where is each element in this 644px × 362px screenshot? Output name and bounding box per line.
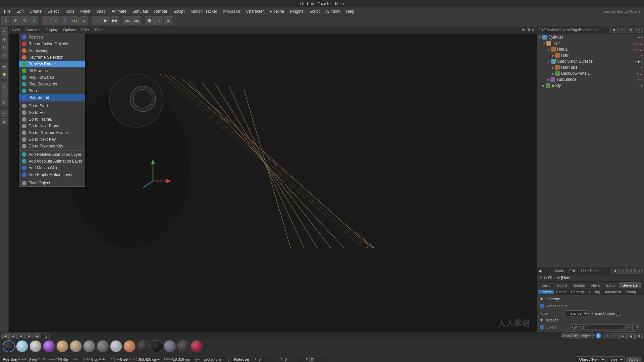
prop-mode-userdata[interactable]: User Data bbox=[579, 268, 600, 274]
psr-size-mode-select[interactable]: Size bbox=[607, 356, 625, 362]
prop-subtab-advanced[interactable]: Advanced bbox=[602, 290, 623, 294]
mode-icon3[interactable]: ⊞ bbox=[627, 268, 635, 274]
vp-tab-view[interactable]: View bbox=[11, 27, 21, 33]
sidebar-paint[interactable]: ✏ bbox=[1, 110, 8, 117]
object-btn2[interactable]: ✕ bbox=[634, 324, 641, 330]
tree-tag-turbulence[interactable]: ✓ bbox=[640, 78, 643, 81]
panel-icon2[interactable]: + bbox=[619, 27, 626, 33]
vp-tab-display[interactable]: Display bbox=[44, 27, 59, 33]
brc-icon3[interactable]: ◈ bbox=[619, 333, 627, 339]
dropdown-position[interactable]: Position bbox=[19, 34, 85, 41]
material-ball-hairm2[interactable] bbox=[83, 340, 95, 352]
tree-vis-cylinder[interactable]: ● bbox=[638, 36, 640, 39]
menu-animate[interactable]: Animate bbox=[109, 8, 129, 14]
menu-help[interactable]: Help bbox=[343, 8, 357, 14]
mode-icon4[interactable]: ✕ bbox=[635, 268, 643, 274]
material-ball-plastic[interactable] bbox=[177, 340, 189, 352]
prop-tab-guides[interactable]: Guides bbox=[570, 282, 588, 288]
object-input[interactable] bbox=[571, 324, 624, 330]
frame-update-checkbox[interactable] bbox=[616, 311, 621, 316]
tree-hair1[interactable]: ▼ Hair.1 ● ▲ ▲ bbox=[537, 46, 644, 52]
object-radio[interactable] bbox=[540, 325, 544, 329]
dropdown-goto-prev-frame[interactable]: Go to Previous Frame bbox=[19, 129, 85, 136]
sidebar-scale-tool[interactable]: ⤢ bbox=[1, 52, 8, 59]
sidebar-rotate-tool[interactable]: ↻ bbox=[1, 44, 8, 51]
menu-tools[interactable]: Tools bbox=[62, 8, 77, 14]
vp-tab-panel[interactable]: Panel bbox=[94, 27, 106, 33]
generate-header-arrow[interactable]: ▼ bbox=[540, 297, 543, 301]
sidebar-camera[interactable]: 📷 bbox=[1, 63, 8, 70]
sidebar-select-tool[interactable]: ↖ bbox=[1, 27, 8, 35]
viewport-bg[interactable]: X Y Z bbox=[9, 34, 537, 354]
menu-create[interactable]: Create bbox=[27, 8, 44, 14]
mode-icon2[interactable]: + bbox=[619, 268, 627, 274]
dropdown-stop[interactable]: Stop bbox=[19, 87, 85, 94]
tree-lock-cylinder[interactable]: ● bbox=[641, 36, 643, 39]
menu-select[interactable]: Select bbox=[45, 8, 61, 14]
dropdown-add-empty-motion[interactable]: Add Empty Motion Layer bbox=[19, 171, 85, 178]
tree-tag-subdiv[interactable]: ◆ bbox=[637, 60, 640, 63]
tree-hairtube[interactable]: ▶ HairTube ● bbox=[537, 64, 644, 70]
prop-tab-basic[interactable]: Basic bbox=[538, 282, 553, 288]
tree-turbulence[interactable]: ▶ Turbulence ● ✓ bbox=[537, 76, 644, 82]
tree-body[interactable]: ▶ Body ● bbox=[537, 82, 644, 88]
tree-vis-backlowplate[interactable]: ● bbox=[637, 72, 639, 75]
timeline-marker[interactable]: ● bbox=[596, 333, 601, 339]
dropdown-goto-next-key[interactable]: Go to Next Key bbox=[19, 136, 85, 143]
tree-tag2-hair[interactable]: ▲ bbox=[639, 42, 643, 45]
dropdown-goto-end[interactable]: Go to End bbox=[19, 109, 85, 116]
toolbar-z[interactable]: Z bbox=[61, 16, 69, 25]
menu-pipeline[interactable]: Pipeline bbox=[267, 8, 287, 14]
material-ball-metal[interactable] bbox=[97, 340, 109, 352]
sidebar-deform[interactable]: ⊓ bbox=[1, 99, 8, 106]
type-dropdown[interactable]: Instance bbox=[565, 310, 589, 316]
prop-subtab-culling[interactable]: Culling bbox=[587, 290, 602, 294]
prop-mode-edit[interactable]: Edit bbox=[568, 268, 578, 274]
menu-mograph[interactable]: MoGraph bbox=[221, 8, 243, 14]
tree-vis-body[interactable]: ● bbox=[641, 84, 643, 87]
material-ball-emissive[interactable] bbox=[43, 340, 55, 352]
toolbar-scale[interactable]: ⤢ bbox=[30, 16, 38, 25]
material-ball-hairde[interactable] bbox=[56, 340, 68, 352]
dropdown-add-absolute[interactable]: Add Absolute Animation Layer bbox=[19, 158, 85, 165]
tree-backlowplate[interactable]: ▶ BackLowPlate.1 ● ▲ bbox=[537, 70, 644, 76]
toolbar-render-active[interactable]: ▶ bbox=[101, 16, 110, 25]
tree-hair[interactable]: ▼ Hair ● ▲ ▲ bbox=[537, 40, 644, 46]
toolbar-y[interactable]: Y bbox=[51, 16, 60, 25]
sidebar-move-tool[interactable]: ✛ bbox=[1, 36, 8, 43]
goto-end-btn[interactable]: ▶| bbox=[34, 333, 41, 339]
dropdown-goto-next-frame[interactable]: Go to Next Frame bbox=[19, 123, 85, 129]
prop-subtab-forces[interactable]: Forces bbox=[538, 290, 554, 294]
psr-apply-btn[interactable]: Apply bbox=[626, 357, 641, 362]
dropdown-goto-prev-key[interactable]: Go to Previous Key bbox=[19, 143, 85, 149]
tree-vis-hair[interactable]: ● bbox=[633, 42, 635, 45]
psr-b-rot[interactable] bbox=[309, 357, 329, 362]
prop-mode-mode[interactable]: Mode bbox=[553, 268, 566, 274]
vp-tab-cameras[interactable]: Cameras bbox=[24, 27, 42, 33]
dropdown-goto-start[interactable]: Go to Start bbox=[19, 103, 85, 109]
prop-tab-generate[interactable]: Generate bbox=[619, 282, 641, 288]
dropdown-goto-frame[interactable]: Go to Frame... bbox=[19, 116, 85, 123]
bottom-tab-create[interactable]: Create bbox=[562, 333, 570, 339]
menu-file[interactable]: File bbox=[1, 8, 13, 14]
brc-icon1[interactable]: ⊞ bbox=[603, 333, 610, 339]
material-ball-hairm[interactable] bbox=[3, 340, 15, 352]
menu-edit[interactable]: Edit bbox=[14, 8, 26, 14]
vp-tab-filter[interactable]: Filter bbox=[80, 27, 91, 33]
material-ball-glass[interactable] bbox=[16, 340, 28, 352]
prop-tab-editor[interactable]: Editor bbox=[603, 282, 619, 288]
tree-tag-hair[interactable]: ▲ bbox=[635, 42, 639, 45]
material-ball-skin[interactable] bbox=[123, 340, 136, 352]
menu-render[interactable]: Render bbox=[152, 8, 170, 14]
material-ball-jacket2[interactable] bbox=[150, 340, 162, 352]
prop-subtab-phong[interactable]: Phong bbox=[623, 290, 638, 294]
prop-tab-hairs[interactable]: Hairs bbox=[588, 282, 603, 288]
sidebar-sculpt[interactable]: ◉ bbox=[1, 118, 8, 125]
menu-snap[interactable]: Snap bbox=[94, 8, 108, 14]
dropdown-preview-range[interactable]: Preview Range bbox=[19, 61, 85, 67]
tree-hair-sub[interactable]: ▶ Hair ● bbox=[537, 52, 644, 58]
brc-icon2[interactable]: ⊡ bbox=[611, 333, 619, 339]
toolbar-render-region[interactable]: □ bbox=[92, 16, 101, 25]
panel-icon4[interactable]: ✕ bbox=[635, 27, 643, 33]
bottom-tab-texture[interactable]: Texture bbox=[586, 333, 594, 339]
